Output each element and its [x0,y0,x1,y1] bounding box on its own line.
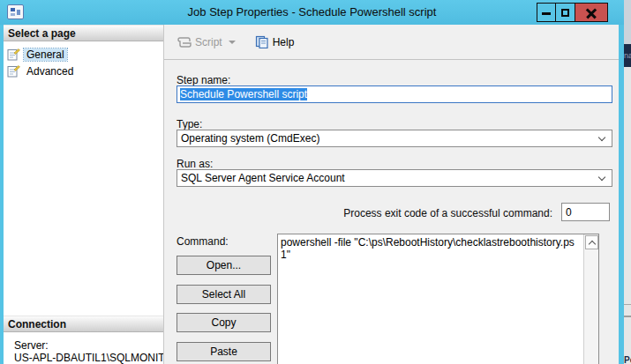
type-label: Type: [177,118,202,130]
command-scrollbar[interactable] [583,234,598,364]
help-button[interactable]: Help [252,33,298,51]
background-divider [624,304,631,305]
paste-button[interactable]: Paste [177,342,271,361]
chevron-down-icon [229,41,236,44]
main-panel: Script Help Step name: [164,25,619,364]
minimize-button[interactable] [537,4,556,21]
maximize-button[interactable] [556,4,575,21]
dialog-body: Select a page General [4,25,619,364]
copy-button[interactable]: Copy [177,313,271,332]
exit-code-label: Process exit code of a successful comman… [177,207,552,219]
script-button-label: Script [195,36,222,48]
page-icon [7,48,20,61]
run-as-select-value: SQL Server Agent Service Account [181,172,345,184]
type-select-value: Operating system (CmdExec) [181,132,319,145]
sidebar-item-advanced[interactable]: Advanced [7,63,162,79]
chevron-up-icon [589,241,596,248]
help-icon [255,35,269,48]
exit-code-input[interactable] [561,203,610,221]
close-button[interactable] [575,4,607,21]
background-window-strip: nai Po [624,0,631,364]
page-icon [7,65,20,78]
script-button[interactable]: Script [173,33,239,51]
help-button-label: Help [273,36,295,48]
connection-body: Server: US-APL-DBAUTIL1\SQLMONITO [4,332,163,364]
scroll-up-button[interactable] [585,235,598,249]
maximize-icon [561,9,569,17]
background-text-fragment: Po [624,355,631,364]
type-select[interactable]: Operating system (CmdExec) [177,130,612,147]
step-name-label: Step name: [177,74,230,86]
window-controls [537,3,608,22]
connection-header: Connection [4,316,163,332]
step-name-selected-text: Schedule Powershell script [180,88,307,100]
open-button[interactable]: Open... [177,256,271,275]
screenshot-stage: nai Po Job Step Properties - Schedule Po… [0,0,631,364]
chevron-down-icon [598,174,605,181]
server-label: Server: [14,339,160,352]
connection-section: Connection Server: US-APL-DBAUTIL1\SQLMO… [4,316,163,364]
sidebar-item-label: Advanced [24,65,76,78]
sidebar-item-general[interactable]: General [7,46,162,63]
titlebar[interactable]: Job Step Properties - Schedule Powershel… [0,0,624,25]
chevron-down-icon [598,134,605,141]
command-textarea[interactable]: powershell -file "C:\ps\RebootHistory\ch… [277,234,599,364]
command-text: powershell -file "C:\ps\RebootHistory\ch… [281,236,581,261]
sidebar: Select a page General [4,25,164,364]
page-tree: General Advanced [4,41,163,79]
sidebar-item-label: General [24,48,67,61]
window-title: Job Step Properties - Schedule Powershel… [0,5,624,19]
script-icon [177,36,192,48]
minimize-icon [542,12,551,15]
select-a-page-header: Select a page [4,25,163,41]
select-all-button[interactable]: Select All [177,285,271,304]
step-name-input[interactable]: Schedule Powershell script [177,85,612,103]
command-label: Command: [177,235,229,248]
toolbar: Script Help [164,25,619,60]
background-window-area [624,0,631,44]
run-as-select[interactable]: SQL Server Agent Service Account [177,169,612,187]
background-window-title-fragment: nai [624,44,631,67]
run-as-label: Run as: [177,158,213,170]
background-divider [624,316,631,317]
job-step-properties-dialog: Job Step Properties - Schedule Powershel… [0,0,624,364]
server-value: US-APL-DBAUTIL1\SQLMONITO [14,352,160,364]
